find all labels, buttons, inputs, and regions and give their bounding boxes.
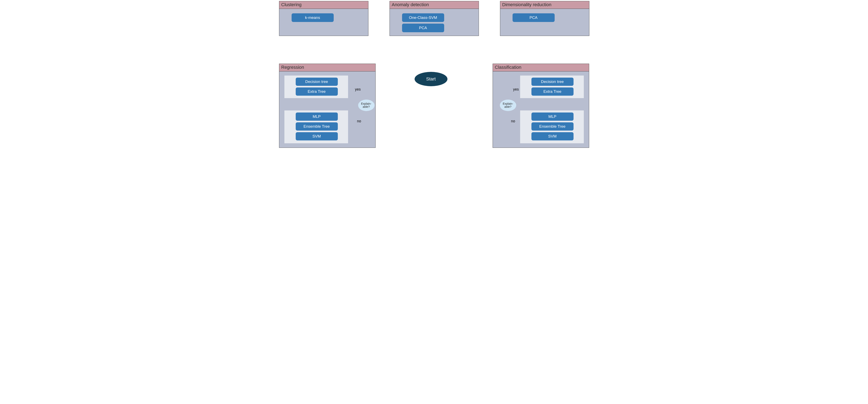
- panel-title-clustering: Clustering: [279, 1, 368, 9]
- algo-extra-tree-cls: Extra Tree: [531, 88, 574, 96]
- algo-extra-tree-reg: Extra Tree: [296, 88, 338, 96]
- start-node: Start: [414, 72, 447, 86]
- classification-no-group: MLP Ensemble Tree SVM: [520, 111, 584, 143]
- algo-svm-reg: SVM: [296, 132, 338, 141]
- panel-title-dimred: Dimensionality reduction: [500, 1, 589, 9]
- algo-mlp-cls: MLP: [531, 113, 574, 121]
- panel-title-classification: Classification: [493, 64, 589, 71]
- label-yes-classification: yes: [513, 87, 519, 92]
- algo-pca-anomaly: PCA: [402, 24, 444, 32]
- algo-svm-cls: SVM: [531, 132, 574, 141]
- panel-title-anomaly: Anomaly detection: [390, 1, 479, 9]
- diagram-canvas: Clustering k-means Anomaly detection One…: [277, 0, 591, 150]
- algo-pca: PCA: [513, 13, 555, 22]
- algo-oneclass-svm: One-Class-SVM: [402, 13, 444, 22]
- decision-regression: Explain- able?: [358, 99, 375, 111]
- label-no-classification: no: [511, 119, 515, 123]
- algo-decision-tree-reg: Decision tree: [296, 77, 338, 86]
- regression-no-group: MLP Ensemble Tree SVM: [284, 111, 348, 143]
- algo-ensemble-tree-reg: Ensemble Tree: [296, 122, 338, 130]
- panel-clustering: Clustering k-means: [279, 1, 368, 36]
- label-yes-regression: yes: [355, 87, 361, 92]
- classification-yes-group: Decision tree Extra Tree: [520, 75, 584, 98]
- algo-kmeans: k-means: [291, 13, 334, 22]
- label-no-regression: no: [357, 119, 361, 123]
- regression-yes-group: Decision tree Extra Tree: [284, 75, 348, 98]
- algo-decision-tree-cls: Decision tree: [531, 77, 574, 86]
- panel-title-regression: Regression: [279, 64, 375, 71]
- algo-ensemble-tree-cls: Ensemble Tree: [531, 122, 574, 130]
- algo-mlp-reg: MLP: [296, 113, 338, 121]
- panel-anomaly: Anomaly detection One-Class-SVM PCA: [390, 1, 479, 36]
- decision-classification: Explain- able?: [500, 99, 516, 111]
- panel-dimred: Dimensionality reduction PCA: [500, 1, 589, 36]
